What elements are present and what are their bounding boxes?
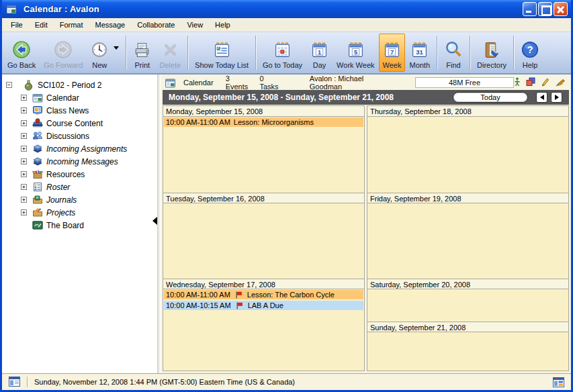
- day-header-friday[interactable]: Friday, September 19, 2008: [367, 193, 568, 203]
- menu-message[interactable]: Message: [89, 19, 132, 30]
- go-forward-button: Go Forward: [40, 34, 87, 72]
- calendar-event[interactable]: 10:00 AM-11:00 AM Lesson: The Carbon Cyc…: [164, 290, 363, 299]
- sidebar-item-label: Resources: [46, 170, 85, 179]
- find-label: Find: [446, 61, 460, 69]
- view-label: Calendar: [183, 79, 214, 87]
- expand-toggle-icon[interactable]: [21, 209, 27, 215]
- help-label: Help: [523, 61, 538, 69]
- menu-collaborate[interactable]: Collaborate: [131, 19, 181, 30]
- day-header-tuesday[interactable]: Tuesday, September 16, 2008: [163, 193, 364, 203]
- print-button[interactable]: Print: [129, 34, 155, 72]
- pencil-icon[interactable]: [541, 77, 549, 88]
- sidebar-item-label: Incoming Messages: [46, 157, 118, 166]
- journal-icon: [32, 195, 43, 205]
- day-cell-thursday[interactable]: [367, 117, 568, 193]
- day-header-saturday[interactable]: Saturday, September 20, 2008: [367, 279, 568, 289]
- calendar-icon: [165, 77, 176, 88]
- day-cell-saturday[interactable]: [367, 289, 568, 322]
- next-week-button[interactable]: [551, 92, 562, 103]
- expand-toggle-icon[interactable]: [21, 107, 27, 113]
- account-label: Avalon : Michael Goodman: [310, 75, 396, 91]
- menu-file[interactable]: File: [5, 19, 29, 30]
- expand-toggle-icon[interactable]: [21, 120, 27, 126]
- go-forward-icon: [54, 38, 73, 61]
- day-header-monday[interactable]: Monday, September 15, 2008: [163, 106, 364, 117]
- sidebar-item-course-content[interactable]: Course Content: [6, 117, 156, 130]
- day-view-label: Day: [313, 61, 326, 69]
- sidebar-item-journals[interactable]: Journals: [6, 193, 156, 206]
- toolbar-separator: [187, 36, 188, 70]
- week-view-button[interactable]: 7 Week: [379, 34, 406, 72]
- panel-toggle-icon[interactable]: [9, 377, 20, 388]
- pen-icon[interactable]: [555, 77, 566, 88]
- sidebar-item-calendar[interactable]: Calendar: [6, 91, 156, 104]
- calendar-event[interactable]: 10:00 AM-11:00 AM Lesson: Microorganisms: [164, 117, 363, 127]
- find-button[interactable]: Find: [440, 34, 467, 72]
- week-header-bar: Monday, September 15, 2008 - Sunday, Sep…: [163, 90, 569, 105]
- calendar-event[interactable]: 10:00 AM-10:15 AM LAB A Due: [164, 301, 363, 310]
- minimize-button[interactable]: [523, 2, 537, 16]
- calendar-pane: Calendar 3 Events 0 Tasks Avalon : Micha…: [161, 75, 571, 373]
- svg-text:5: 5: [354, 48, 357, 55]
- main-area: SCI102 - Period 2 Calendar Class News: [2, 75, 571, 373]
- sidebar-item-roster[interactable]: Roster: [6, 181, 156, 193]
- person-icon[interactable]: [514, 77, 521, 88]
- week-view-label: Week: [383, 61, 402, 69]
- go-back-label: Go Back: [7, 61, 36, 69]
- new-dropdown-caret[interactable]: [112, 34, 123, 72]
- expand-toggle-icon[interactable]: [21, 158, 27, 164]
- expand-toggle-icon[interactable]: [21, 95, 27, 101]
- today-button[interactable]: Today: [453, 92, 528, 103]
- day-cell-friday[interactable]: [367, 203, 568, 279]
- work-week-view-label: Work Week: [337, 61, 374, 69]
- directory-label: Directory: [477, 61, 506, 69]
- tasks-count: 0 Tasks: [259, 75, 283, 91]
- menu-edit[interactable]: Edit: [29, 19, 54, 30]
- expand-toggle-icon[interactable]: [21, 184, 27, 190]
- sidebar-item-incoming-messages[interactable]: Incoming Messages: [6, 155, 156, 168]
- sidebar-item-projects[interactable]: Projects: [6, 206, 156, 219]
- expand-toggle-icon[interactable]: [21, 133, 27, 139]
- layout-icon[interactable]: [553, 377, 564, 387]
- copy-icon[interactable]: [526, 77, 535, 88]
- day-view-button[interactable]: 1 Day: [306, 34, 333, 72]
- sidebar-item-the-board[interactable]: The Board: [6, 219, 156, 232]
- expand-toggle-icon[interactable]: [21, 171, 27, 177]
- day-header-thursday[interactable]: Thursday, September 18, 2008: [367, 106, 568, 117]
- maximize-button[interactable]: [538, 2, 552, 16]
- work-week-view-button[interactable]: 5 Work Week: [333, 34, 378, 72]
- toolbar-separator: [255, 36, 256, 70]
- collapse-toggle-icon[interactable]: [6, 82, 12, 88]
- month-view-button[interactable]: 31 Month: [405, 34, 434, 72]
- show-today-list-button[interactable]: Show Today List: [191, 34, 253, 72]
- menu-view[interactable]: View: [181, 19, 209, 30]
- day-cell-tuesday[interactable]: [163, 203, 364, 279]
- menu-help[interactable]: Help: [209, 19, 236, 30]
- sidebar-item-root[interactable]: SCI102 - Period 2: [6, 79, 156, 91]
- sidebar-item-incoming-assignments[interactable]: Incoming Assignments: [6, 142, 156, 155]
- expand-toggle-icon[interactable]: [21, 146, 27, 152]
- day-cell-sunday[interactable]: [367, 332, 568, 371]
- sidebar-item-resources[interactable]: Resources: [6, 168, 156, 181]
- collapse-sidebar-icon[interactable]: [152, 217, 157, 225]
- go-back-button[interactable]: Go Back: [3, 34, 40, 72]
- menu-format[interactable]: Format: [54, 19, 89, 30]
- sidebar-item-class-news[interactable]: Class News: [6, 104, 156, 117]
- new-button[interactable]: New: [87, 34, 112, 72]
- course-content-icon: [32, 118, 43, 129]
- expand-toggle-icon[interactable]: [21, 197, 27, 203]
- day-cell-wednesday[interactable]: 10:00 AM-11:00 AM Lesson: The Carbon Cyc…: [163, 289, 364, 371]
- go-to-today-button[interactable]: Go to Today: [259, 34, 306, 72]
- day-header-wednesday[interactable]: Wednesday, September 17, 2008: [163, 279, 364, 289]
- toolbar-separator: [470, 36, 470, 70]
- day-cell-monday[interactable]: 10:00 AM-11:00 AM Lesson: Microorganisms: [163, 117, 364, 193]
- day-header-sunday[interactable]: Sunday, September 21, 2008: [367, 322, 568, 332]
- directory-button[interactable]: Directory: [473, 34, 511, 72]
- event-time: 10:00 AM-11:00 AM: [166, 291, 230, 299]
- week-range-title: Monday, September 15, 2008 - Sunday, Sep…: [169, 93, 394, 102]
- event-time: 10:00 AM-10:15 AM: [166, 301, 231, 309]
- previous-week-button[interactable]: [536, 92, 547, 103]
- help-button[interactable]: ? Help: [517, 34, 543, 72]
- sidebar-item-discussions[interactable]: Discussions: [6, 130, 156, 142]
- close-button[interactable]: [554, 2, 568, 16]
